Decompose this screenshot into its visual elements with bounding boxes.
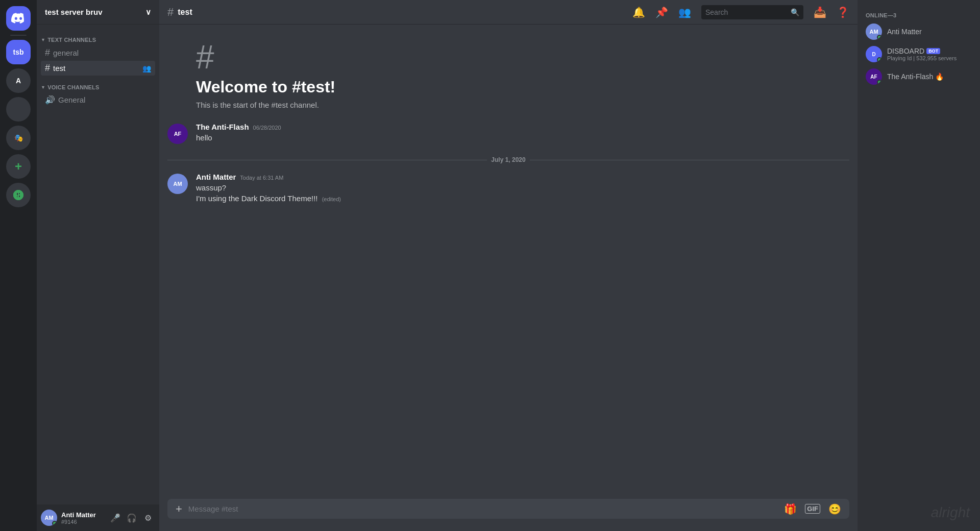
member-info-antiflash: The Anti-Flash 🔥 [887, 73, 944, 81]
server-divider [10, 35, 27, 36]
text-channels-category[interactable]: ▼ TEXT CHANNELS [37, 29, 159, 45]
header-icons: 🔔 📌 👥 🔍 📥 ❓ [632, 5, 849, 19]
server-list: tsb A 🎭 + [0, 0, 37, 531]
member-item-antimatter[interactable]: AM Anti Matter [862, 20, 976, 43]
home-button[interactable] [6, 6, 31, 31]
server-name: test server bruv [45, 8, 103, 16]
user-panel-icons: 🎤 🎧 ⚙ [108, 511, 155, 525]
text-category-arrow: ▼ [41, 37, 45, 42]
member-status-disboard [877, 57, 882, 62]
welcome-title: Welcome to #test! [196, 78, 821, 96]
member-status-antiflash [877, 80, 882, 85]
voice-category-label: VOICE CHANNELS [47, 84, 99, 90]
search-bar[interactable]: 🔍 [701, 5, 803, 19]
welcome-subtitle: This is the start of the #test channel. [196, 101, 821, 109]
date-divider-july1: July 1, 2020 [167, 156, 849, 163]
emoji-button[interactable]: 😊 [828, 503, 841, 515]
member-sub-disboard: Playing Id | 532,955 servers [887, 55, 957, 61]
divider-right [530, 160, 849, 160]
member-name-antimatter: Anti Matter [887, 28, 922, 36]
search-icon: 🔍 [791, 8, 799, 16]
search-input[interactable] [705, 8, 787, 16]
message-content-2a: wassup? [196, 182, 849, 193]
add-server-button[interactable]: + [6, 154, 31, 179]
deafen-button[interactable]: 🎧 [125, 511, 139, 525]
server-header[interactable]: test server bruv ∨ [37, 0, 159, 25]
help-icon[interactable]: ❓ [837, 6, 849, 18]
user-panel: AM Anti Matter #9146 🎤 🎧 ⚙ [37, 504, 159, 531]
message-content-2b: I'm using the Dark Discord Theme!!! (edi… [196, 193, 849, 204]
user-discriminator: #9146 [61, 519, 104, 525]
gif-button[interactable]: 🎁 [784, 503, 797, 515]
member-item-disboard[interactable]: D DISBOARD BOT Playing Id | 532,955 serv… [862, 43, 976, 65]
inbox-icon[interactable]: 📥 [814, 6, 826, 18]
channel-item-test[interactable]: # test 👥 [41, 61, 155, 76]
message-avatar-2: AM [167, 174, 188, 194]
member-name-row-disboard: DISBOARD BOT [887, 47, 957, 55]
voice-category-arrow: ▼ [41, 85, 45, 90]
member-info-disboard: DISBOARD BOT Playing Id | 532,955 server… [887, 47, 957, 61]
main-content: # test 🔔 📌 👥 🔍 📥 ❓ # Welcome to #test! T… [159, 0, 857, 531]
member-name-disboard: DISBOARD [887, 47, 924, 55]
divider-date: July 1, 2020 [491, 156, 525, 163]
channel-header-hash: # [167, 6, 174, 19]
user-info: Anti Matter #9146 [61, 511, 104, 525]
settings-button[interactable]: ⚙ [141, 511, 155, 525]
messages-area: # Welcome to #test! This is the start of… [159, 25, 857, 499]
channel-item-voice-general[interactable]: 🔊 General [41, 93, 155, 107]
message-content-1: hello [196, 132, 849, 143]
mute-button[interactable]: 🎤 [108, 511, 122, 525]
member-avatar-antimatter: AM [866, 23, 882, 40]
channel-header: # test 🔔 📌 👥 🔍 📥 ❓ [159, 0, 857, 25]
member-item-antiflash[interactable]: AF The Anti-Flash 🔥 [862, 65, 976, 88]
speaker-icon: 🔊 [45, 95, 55, 105]
members-sidebar: ONLINE—3 AM Anti Matter D DISBOARD BOT P… [857, 0, 980, 531]
voice-channel-name-general: General [58, 95, 85, 104]
message-avatar-1: AF [167, 124, 188, 144]
text-category-label: TEXT CHANNELS [47, 37, 96, 43]
explore-button[interactable] [6, 183, 31, 207]
server-icon-4[interactable]: 🎭 [6, 126, 31, 150]
hash-icon-test: # [45, 63, 50, 74]
member-status-antimatter [877, 35, 882, 40]
user-avatar: AM [41, 510, 57, 526]
channel-name-general: general [53, 49, 79, 57]
add-file-button[interactable]: + [176, 502, 182, 516]
message-header-1: The Anti-Flash 06/28/2020 [196, 123, 849, 131]
voice-channels-category[interactable]: ▼ VOICE CHANNELS [37, 76, 159, 92]
message-author-2: Anti Matter [196, 173, 236, 181]
add-member-icon[interactable]: 👥 [142, 64, 151, 73]
notification-bell-icon[interactable]: 🔔 [632, 6, 645, 18]
message-input[interactable] [188, 499, 778, 519]
user-status-dot [52, 521, 57, 526]
channel-header-name: test [178, 8, 192, 17]
message-group-1: AF The Anti-Flash 06/28/2020 hello [159, 122, 857, 144]
message-header-2: Anti Matter Today at 6:31 AM [196, 173, 849, 181]
channel-list: ▼ TEXT CHANNELS # general # test 👥 ▼ VOI… [37, 25, 159, 504]
server-abbreviation: tsb [13, 48, 24, 56]
user-name: Anti Matter [61, 511, 104, 519]
server-icon-3[interactable] [6, 97, 31, 122]
message-edited-tag: (edited) [322, 196, 341, 202]
server-icon-2[interactable]: A [6, 68, 31, 93]
chat-input-area: + 🎁 GIF 😊 [159, 499, 857, 531]
message-author-1: The Anti-Flash [196, 123, 249, 131]
bot-badge-disboard: BOT [926, 48, 940, 54]
message-timestamp-1: 06/28/2020 [253, 125, 281, 131]
message-group-2: AM Anti Matter Today at 6:31 AM wassup? … [159, 172, 857, 205]
divider-left [167, 160, 487, 160]
member-name-antiflash: The Anti-Flash 🔥 [887, 73, 944, 81]
members-icon[interactable]: 👥 [678, 6, 691, 18]
member-avatar-disboard: D [866, 46, 882, 62]
server-icon-tsb[interactable]: tsb [6, 40, 31, 64]
server-dropdown-arrow: ∨ [145, 8, 151, 17]
message-timestamp-2: Today at 6:31 AM [240, 175, 283, 181]
channel-item-general[interactable]: # general [41, 45, 155, 60]
pin-icon[interactable]: 📌 [655, 6, 668, 18]
member-name-row-antimatter: Anti Matter [887, 28, 922, 36]
channel-intro-hash: # [196, 41, 821, 74]
chat-input-icons: 🎁 GIF 😊 [784, 503, 841, 515]
member-name-row-antiflash: The Anti-Flash 🔥 [887, 73, 944, 81]
gif-text-button[interactable]: GIF [805, 504, 820, 514]
channel-intro: # Welcome to #test! This is the start of… [159, 33, 857, 122]
